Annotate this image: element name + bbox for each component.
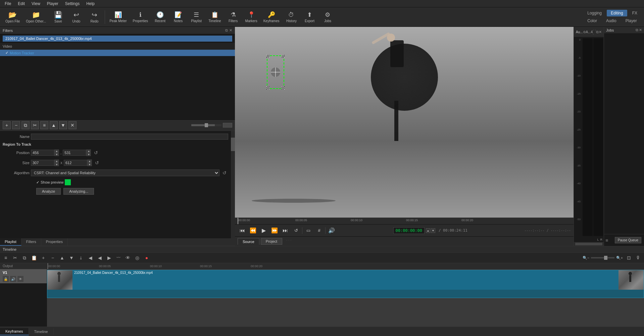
tl-mic-btn[interactable]: 🎙: [634, 253, 643, 262]
properties-scrollbar[interactable]: [231, 131, 235, 238]
mode-logging[interactable]: Logging: [583, 10, 606, 16]
properties-button[interactable]: ℹ Properties: [130, 9, 151, 26]
track-v1-visible[interactable]: 👁: [17, 276, 23, 282]
menu-settings[interactable]: Settings: [62, 1, 83, 7]
tl-fit-btn[interactable]: ⊡: [625, 253, 633, 262]
tab-properties[interactable]: Properties: [41, 238, 68, 246]
zoom-slider[interactable]: [591, 257, 614, 258]
history-button[interactable]: ⏱ History: [283, 9, 300, 26]
tl-record-btn[interactable]: ●: [142, 253, 151, 262]
project-tab[interactable]: Project: [261, 238, 282, 245]
size-w-down[interactable]: ▼: [54, 163, 59, 166]
notes-button[interactable]: 📝 Notes: [169, 9, 187, 26]
undo-button[interactable]: ↩ Undo: [67, 9, 85, 26]
name-input[interactable]: [31, 134, 228, 140]
filter-copy-btn[interactable]: ⧉: [21, 121, 30, 129]
tl-menu-btn[interactable]: ≡: [1, 253, 10, 262]
size-w-up[interactable]: ▲: [54, 159, 59, 163]
audio-meter-close[interactable]: ✕: [599, 30, 602, 34]
menu-help[interactable]: Help: [83, 1, 98, 7]
position-y-up[interactable]: ▲: [86, 149, 91, 153]
goto-end-btn[interactable]: ⏭: [281, 226, 290, 235]
tab-filters[interactable]: Filters: [21, 238, 41, 246]
filter-add-btn[interactable]: +: [3, 121, 11, 129]
tab-timeline[interactable]: Timeline: [29, 328, 54, 335]
grid-btn[interactable]: #: [314, 226, 324, 235]
tl-overwrite-btn[interactable]: ▼: [67, 253, 76, 262]
play-fwd-btn[interactable]: ⏩: [270, 226, 279, 235]
audio-meter-scrollbar[interactable]: [574, 242, 604, 246]
play-btn[interactable]: ▶: [259, 226, 268, 235]
jobs-menu-btn[interactable]: ≡: [605, 238, 608, 243]
timecode-spinup[interactable]: ▲: [426, 228, 430, 233]
position-x-up[interactable]: ▲: [54, 149, 59, 153]
position-reset-btn[interactable]: ↺: [92, 149, 100, 156]
jobs-button[interactable]: ⚙ Jobs: [319, 9, 336, 26]
tl-cut-btn[interactable]: ✂: [11, 253, 19, 262]
tl-target-btn[interactable]: ◎: [133, 253, 142, 262]
zoom-in-btn[interactable]: 🔍+: [615, 253, 624, 262]
jobs-dock-btn[interactable]: ⧉: [636, 28, 638, 32]
keyframes-button[interactable]: 🔑 Keyframes: [261, 9, 282, 26]
filter-down-btn[interactable]: ▼: [59, 121, 67, 129]
timecode-spindown[interactable]: ▼: [431, 228, 435, 233]
position-y-input[interactable]: [63, 150, 86, 156]
tl-lift-btn[interactable]: ▲: [58, 253, 66, 262]
filter-menu-btn[interactable]: ≡: [40, 121, 48, 129]
tl-fwd-btn[interactable]: ▶: [105, 253, 113, 262]
peak-meter-button[interactable]: 📊 Peak Meter: [107, 9, 129, 26]
tab-playlist[interactable]: Playlist: [0, 238, 21, 246]
tl-split-btn[interactable]: ⫰: [77, 253, 85, 262]
position-x-down[interactable]: ▼: [54, 153, 59, 156]
menu-view[interactable]: View: [28, 1, 44, 7]
filter-clear-btn[interactable]: ✕: [68, 121, 77, 129]
filters-button[interactable]: ⚗ Filters: [225, 9, 242, 26]
tl-paste-btn[interactable]: 📋: [30, 253, 38, 262]
filter-remove-btn[interactable]: −: [12, 121, 20, 129]
save-button[interactable]: 💾 Save: [49, 9, 67, 26]
tl-add-btn[interactable]: +: [39, 253, 48, 262]
size-h-up[interactable]: ▲: [87, 159, 92, 163]
mode-player[interactable]: Player: [622, 17, 641, 24]
video-clip-1[interactable]: 210917_04_Ballet Dancer_4k_013_4k_25000b…: [47, 270, 644, 298]
filter-paste-btn[interactable]: ✂: [31, 121, 39, 129]
analyzing-button[interactable]: Analyzing...: [63, 188, 94, 195]
markers-button[interactable]: 📍 Markers: [243, 9, 260, 26]
menu-player[interactable]: Player: [44, 1, 62, 7]
analyze-button[interactable]: Analyze: [36, 188, 61, 195]
timecode-display[interactable]: 00:00:00:00: [393, 227, 425, 234]
mode-editing[interactable]: Editing: [607, 10, 627, 16]
tab-keyframes[interactable]: Keyframes: [0, 328, 29, 335]
loop-btn[interactable]: ↺: [291, 226, 301, 235]
filters-dock-btn[interactable]: ⧉: [225, 28, 228, 33]
size-h-down[interactable]: ▼: [87, 163, 92, 166]
filter-up-btn[interactable]: ▲: [50, 121, 58, 129]
tl-ripple-btn[interactable]: 〰: [114, 253, 123, 262]
open-file-button[interactable]: 📂 Open File: [3, 9, 22, 26]
motion-tracker-filter[interactable]: ✓ Motion Tracker: [0, 50, 235, 56]
in-point-btn[interactable]: ▭: [304, 226, 313, 235]
mode-color[interactable]: Color: [583, 17, 601, 24]
audio-meter-settings[interactable]: ⚙: [583, 30, 586, 34]
zoom-out-btn[interactable]: 🔍−: [582, 253, 590, 262]
position-x-input[interactable]: [31, 150, 54, 156]
redo-button[interactable]: ↪ Redo: [86, 9, 103, 26]
tl-back-btn[interactable]: ◀: [95, 253, 104, 262]
track-v1-mute[interactable]: 🔊: [10, 276, 16, 282]
track-v1-content[interactable]: 210917_04_Ballet Dancer_4k_013_4k_25000b…: [47, 269, 644, 327]
goto-start-btn[interactable]: ⏮: [238, 226, 247, 235]
mode-fx[interactable]: FX: [628, 10, 641, 16]
timeline-button[interactable]: 📋 Timeline: [206, 9, 224, 26]
algorithm-select[interactable]: CSRT: Channel and Spatial Reliability KC…: [31, 170, 219, 176]
source-tab[interactable]: Source: [238, 238, 259, 245]
jobs-close-btn[interactable]: ✕: [639, 28, 642, 32]
filters-close-btn[interactable]: ✕: [229, 28, 232, 33]
size-w-input[interactable]: [31, 160, 54, 166]
size-reset-btn[interactable]: ↺: [93, 159, 101, 166]
tl-copy-btn[interactable]: ⧉: [20, 253, 29, 262]
audio-meter-dock[interactable]: ⧉: [596, 30, 599, 34]
tl-eye-btn[interactable]: 👁: [123, 253, 132, 262]
export-button[interactable]: ⬆ Export: [301, 9, 318, 26]
position-y-down[interactable]: ▼: [86, 153, 91, 156]
menu-edit[interactable]: Edit: [14, 1, 28, 7]
